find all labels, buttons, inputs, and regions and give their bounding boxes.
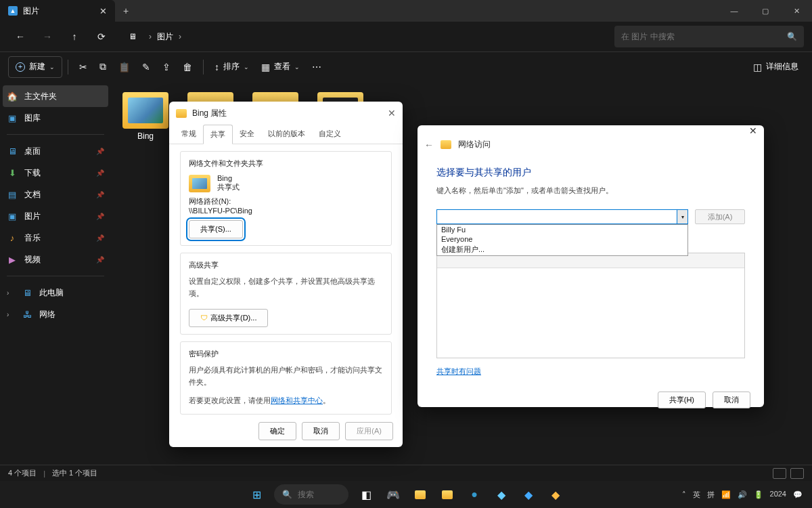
nav-refresh-button[interactable]: ⟳ <box>89 26 114 47</box>
search-box[interactable]: 🔍 <box>614 26 804 47</box>
window-minimize-button[interactable]: — <box>719 0 750 22</box>
cancel-button[interactable]: 取消 <box>302 422 340 440</box>
rename-button[interactable]: ✎ <box>137 56 156 78</box>
system-tray[interactable]: ˄ 英 拼 📶 🔊 🔋 2024 💬 <box>673 490 812 500</box>
chevron-right-icon: › <box>149 32 152 41</box>
dropdown-button[interactable]: ▾ <box>677 210 687 224</box>
sort-button[interactable]: ↕ 排序 ⌄ <box>209 56 254 78</box>
apply-button[interactable]: 应用(A) <box>345 422 393 440</box>
nav-forward-button[interactable]: → <box>35 26 60 47</box>
folder-bing[interactable]: Bing <box>119 89 172 144</box>
sidebar-item-desktop[interactable]: 🖥桌面📌 <box>0 140 111 162</box>
taskbar-app-icon[interactable]: ◆ <box>516 482 541 507</box>
tray-ime-lang[interactable]: 英 <box>693 490 700 500</box>
sidebar-item-network[interactable]: ›🖧网络 <box>0 303 111 325</box>
battery-icon[interactable]: 🔋 <box>754 490 763 499</box>
ok-button[interactable]: 确定 <box>258 422 296 440</box>
sidebar-item-pc[interactable]: ›🖥此电脑 <box>0 282 111 303</box>
taskbar-explorer-icon[interactable] <box>435 482 459 507</box>
tray-chevron-icon[interactable]: ˄ <box>682 490 686 499</box>
volume-icon[interactable]: 🔊 <box>738 490 747 499</box>
add-button[interactable]: 添加(A) <box>695 209 745 224</box>
wifi-icon[interactable]: 📶 <box>721 490 731 499</box>
details-pane-button[interactable]: ◫ 详细信息 <box>748 56 804 78</box>
tray-ime-mode[interactable]: 拼 <box>707 490 715 500</box>
view-tiles-icon[interactable] <box>790 468 804 479</box>
tab-general[interactable]: 常规 <box>175 125 203 144</box>
view-label: 查看 <box>274 61 290 72</box>
taskbar-store-icon[interactable]: ◆ <box>489 482 514 507</box>
statusbar: 4 个项目 | 选中 1 个项目 <box>0 465 812 481</box>
dialog-close-button[interactable]: ✕ <box>749 125 757 136</box>
start-button[interactable]: ⊞ <box>244 482 269 507</box>
sidebar-item-label: 下载 <box>24 167 41 179</box>
back-button[interactable]: ← <box>424 140 434 150</box>
taskbar: ⊞ 🔍 ◧ 🎮 ● ◆ ◆ ◆ ˄ 英 拼 📶 🔊 🔋 2024 💬 <box>0 481 812 508</box>
dropdown-item[interactable]: 创建新用户... <box>437 244 687 255</box>
tab-security[interactable]: 安全 <box>233 125 261 144</box>
share-icon: ⇪ <box>162 62 171 72</box>
dropdown-item[interactable]: Billy Fu <box>437 225 687 234</box>
breadcrumb-item[interactable]: 图片 <box>157 31 173 43</box>
search-icon: 🔍 <box>282 490 292 499</box>
view-button[interactable]: ▦ 查看 ⌄ <box>256 56 305 78</box>
dialog-close-button[interactable]: ✕ <box>388 108 396 119</box>
cancel-button[interactable]: 取消 <box>713 391 750 408</box>
tab-add-button[interactable]: + <box>115 5 137 16</box>
taskbar-app-icon[interactable]: 🎮 <box>381 482 405 507</box>
taskbar-edge-icon[interactable]: ● <box>462 482 487 507</box>
sidebar-item-gallery[interactable]: ▣ 图库 <box>0 107 111 129</box>
sidebar-item-videos[interactable]: ▶视频📌 <box>0 249 111 270</box>
user-listbox[interactable] <box>436 253 745 358</box>
sidebar-item-home[interactable]: 🏠 主文件夹 <box>3 85 108 107</box>
tab-close-icon[interactable]: ✕ <box>99 6 107 16</box>
section-line1: 用户必须具有此计算机的用户帐户和密码，才能访问共享文件夹。 <box>189 364 383 388</box>
trouble-link[interactable]: 共享时有问题 <box>436 366 481 377</box>
sidebar-item-downloads[interactable]: ⬇下载📌 <box>0 162 111 184</box>
desktop-icon: 🖥 <box>7 146 18 156</box>
breadcrumb[interactable]: 🖥 › 图片 › <box>122 26 612 47</box>
user-input[interactable] <box>436 209 688 224</box>
tab-sharing[interactable]: 共享 <box>203 125 233 144</box>
tab-previous-versions[interactable]: 以前的版本 <box>261 125 312 144</box>
more-button[interactable]: ⋯ <box>307 56 327 78</box>
new-button[interactable]: + 新建 ⌄ <box>8 56 62 78</box>
nav-up-button[interactable]: ↑ <box>62 26 87 47</box>
sidebar-item-pictures[interactable]: ▣图片📌 <box>0 205 111 227</box>
taskbar-app-icon[interactable]: ◆ <box>543 482 568 507</box>
copy-button[interactable]: ⧉ <box>94 56 112 78</box>
separator <box>68 60 68 75</box>
chevron-down-icon: ⌄ <box>244 64 249 70</box>
tray-clock[interactable]: 2024 <box>770 490 786 499</box>
sidebar-item-label: 图库 <box>24 112 41 124</box>
search-input[interactable] <box>621 32 782 41</box>
cut-button[interactable]: ✂ <box>74 56 93 78</box>
sidebar-item-music[interactable]: ♪音乐📌 <box>0 227 111 249</box>
network-center-link[interactable]: 网络和共享中心 <box>271 396 323 404</box>
window-maximize-button[interactable]: ▢ <box>750 0 781 22</box>
taskbar-search[interactable]: 🔍 <box>274 484 348 505</box>
tab-images[interactable]: ▲ 图片 ✕ <box>0 0 115 22</box>
share-button[interactable]: 共享(S)... <box>189 220 243 238</box>
window-close-button[interactable]: ✕ <box>781 0 812 22</box>
dropdown-item[interactable]: Everyone <box>437 234 687 244</box>
taskbar-explorer-icon[interactable] <box>408 482 432 507</box>
tab-customize[interactable]: 自定义 <box>312 125 348 144</box>
sidebar-item-documents[interactable]: ▤文档📌 <box>0 184 111 205</box>
share-button[interactable]: 共享(H) <box>658 391 706 408</box>
dialog-titlebar[interactable]: Bing 属性 ✕ <box>169 102 403 125</box>
delete-button[interactable]: 🗑 <box>177 56 198 78</box>
dialog-title: Bing 属性 <box>192 108 227 119</box>
section-line2: 若要更改此设置，请使用网络和共享中心。 <box>189 395 383 407</box>
nav-back-button[interactable]: ← <box>8 26 32 47</box>
task-view-button[interactable]: ◧ <box>354 482 378 507</box>
user-combobox[interactable]: ▾ Billy Fu Everyone 创建新用户... <box>436 209 688 224</box>
dialog-titlebar[interactable]: ✕ <box>418 125 764 136</box>
share-button[interactable]: ⇪ <box>157 56 176 78</box>
notification-icon[interactable]: 💬 <box>793 490 803 499</box>
taskbar-search-input[interactable] <box>298 490 338 499</box>
view-details-icon[interactable] <box>773 468 786 479</box>
search-icon[interactable]: 🔍 <box>787 32 797 41</box>
advanced-share-button[interactable]: 🛡高级共享(D)... <box>189 309 268 327</box>
paste-button[interactable]: 📋 <box>113 56 135 78</box>
